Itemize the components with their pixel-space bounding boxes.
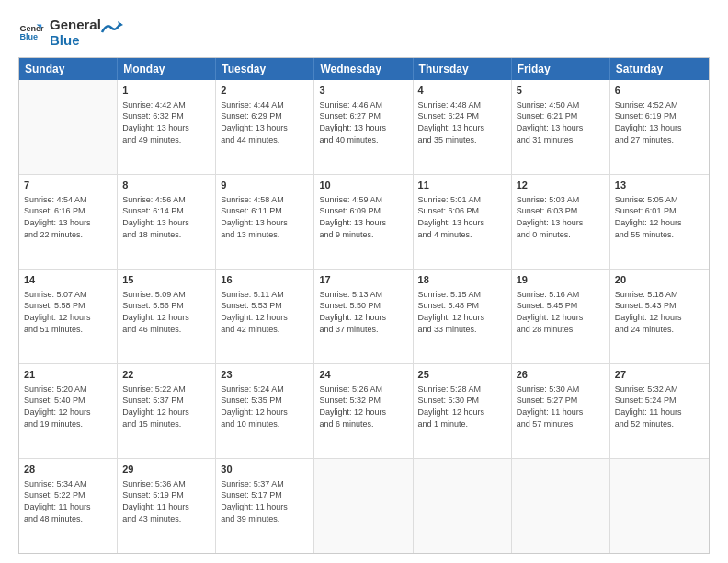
calendar-day-21: 21Sunrise: 5:20 AM Sunset: 5:40 PM Dayli… <box>19 364 118 458</box>
day-number: 18 <box>418 273 506 287</box>
day-detail: Sunrise: 4:52 AM Sunset: 6:19 PM Dayligh… <box>615 99 704 145</box>
weekday-header-saturday: Saturday <box>610 58 709 80</box>
day-number: 25 <box>418 368 506 382</box>
day-number: 22 <box>122 368 210 382</box>
day-number: 29 <box>122 463 210 477</box>
calendar-day-empty <box>610 459 709 553</box>
calendar-day-2: 2Sunrise: 4:44 AM Sunset: 6:29 PM Daylig… <box>216 80 314 174</box>
calendar-header: SundayMondayTuesdayWednesdayThursdayFrid… <box>19 58 709 80</box>
calendar: SundayMondayTuesdayWednesdayThursdayFrid… <box>18 57 710 554</box>
day-number: 7 <box>24 178 112 192</box>
calendar-week-4: 21Sunrise: 5:20 AM Sunset: 5:40 PM Dayli… <box>19 364 709 459</box>
calendar-day-1: 1Sunrise: 4:42 AM Sunset: 6:32 PM Daylig… <box>118 80 216 174</box>
calendar-day-3: 3Sunrise: 4:46 AM Sunset: 6:27 PM Daylig… <box>314 80 413 174</box>
calendar-day-29: 29Sunrise: 5:36 AM Sunset: 5:19 PM Dayli… <box>118 459 216 553</box>
day-number: 24 <box>319 368 407 382</box>
calendar-day-18: 18Sunrise: 5:15 AM Sunset: 5:48 PM Dayli… <box>414 270 512 363</box>
day-detail: Sunrise: 5:30 AM Sunset: 5:27 PM Dayligh… <box>517 384 605 430</box>
day-detail: Sunrise: 5:03 AM Sunset: 6:03 PM Dayligh… <box>517 194 605 240</box>
day-detail: Sunrise: 5:32 AM Sunset: 5:24 PM Dayligh… <box>615 384 704 430</box>
calendar-day-4: 4Sunrise: 4:48 AM Sunset: 6:24 PM Daylig… <box>414 80 512 174</box>
svg-text:Blue: Blue <box>19 32 38 41</box>
calendar-day-empty <box>314 459 413 553</box>
calendar-day-12: 12Sunrise: 5:03 AM Sunset: 6:03 PM Dayli… <box>512 175 610 269</box>
day-detail: Sunrise: 5:05 AM Sunset: 6:01 PM Dayligh… <box>615 194 704 240</box>
logo-text-blue: Blue <box>50 32 101 48</box>
calendar-day-15: 15Sunrise: 5:09 AM Sunset: 5:56 PM Dayli… <box>118 270 216 363</box>
header: General Blue General Blue <box>18 17 710 48</box>
day-number: 28 <box>24 463 112 477</box>
calendar-week-3: 14Sunrise: 5:07 AM Sunset: 5:58 PM Dayli… <box>19 270 709 364</box>
day-number: 30 <box>221 463 309 477</box>
calendar-day-9: 9Sunrise: 4:58 AM Sunset: 6:11 PM Daylig… <box>216 175 314 269</box>
day-number: 27 <box>615 368 704 382</box>
day-detail: Sunrise: 4:50 AM Sunset: 6:21 PM Dayligh… <box>517 99 605 145</box>
day-detail: Sunrise: 4:59 AM Sunset: 6:09 PM Dayligh… <box>319 194 407 240</box>
calendar-day-empty <box>414 459 512 553</box>
day-number: 2 <box>221 84 309 98</box>
day-detail: Sunrise: 5:11 AM Sunset: 5:53 PM Dayligh… <box>221 289 309 335</box>
day-detail: Sunrise: 5:09 AM Sunset: 5:56 PM Dayligh… <box>122 289 210 335</box>
calendar-day-6: 6Sunrise: 4:52 AM Sunset: 6:19 PM Daylig… <box>610 80 709 174</box>
calendar-day-13: 13Sunrise: 5:05 AM Sunset: 6:01 PM Dayli… <box>610 175 709 269</box>
day-detail: Sunrise: 5:07 AM Sunset: 5:58 PM Dayligh… <box>24 289 112 335</box>
weekday-header-monday: Monday <box>118 58 216 80</box>
calendar-day-empty <box>19 80 118 174</box>
calendar-day-7: 7Sunrise: 4:54 AM Sunset: 6:16 PM Daylig… <box>19 175 118 269</box>
day-number: 17 <box>319 273 407 287</box>
calendar-day-17: 17Sunrise: 5:13 AM Sunset: 5:50 PM Dayli… <box>314 270 413 363</box>
day-number: 10 <box>319 178 407 192</box>
day-detail: Sunrise: 5:01 AM Sunset: 6:06 PM Dayligh… <box>418 194 506 240</box>
logo-icon: General Blue <box>18 19 44 45</box>
calendar-day-10: 10Sunrise: 4:59 AM Sunset: 6:09 PM Dayli… <box>314 175 413 269</box>
calendar-day-23: 23Sunrise: 5:24 AM Sunset: 5:35 PM Dayli… <box>216 364 314 458</box>
day-detail: Sunrise: 5:34 AM Sunset: 5:22 PM Dayligh… <box>24 478 112 524</box>
day-detail: Sunrise: 5:36 AM Sunset: 5:19 PM Dayligh… <box>122 478 210 524</box>
weekday-header-tuesday: Tuesday <box>216 58 314 80</box>
weekday-header-sunday: Sunday <box>19 58 118 80</box>
day-number: 3 <box>319 84 407 98</box>
calendar-day-26: 26Sunrise: 5:30 AM Sunset: 5:27 PM Dayli… <box>512 364 610 458</box>
calendar-week-2: 7Sunrise: 4:54 AM Sunset: 6:16 PM Daylig… <box>19 175 709 270</box>
calendar-week-5: 28Sunrise: 5:34 AM Sunset: 5:22 PM Dayli… <box>19 459 709 553</box>
day-detail: Sunrise: 5:13 AM Sunset: 5:50 PM Dayligh… <box>319 289 407 335</box>
day-detail: Sunrise: 4:46 AM Sunset: 6:27 PM Dayligh… <box>319 99 407 145</box>
day-number: 19 <box>517 273 605 287</box>
weekday-header-friday: Friday <box>512 58 610 80</box>
day-detail: Sunrise: 4:44 AM Sunset: 6:29 PM Dayligh… <box>221 99 309 145</box>
calendar-day-16: 16Sunrise: 5:11 AM Sunset: 5:53 PM Dayli… <box>216 270 314 363</box>
day-detail: Sunrise: 5:15 AM Sunset: 5:48 PM Dayligh… <box>418 289 506 335</box>
calendar-day-empty <box>512 459 610 553</box>
day-number: 9 <box>221 178 309 192</box>
day-number: 13 <box>615 178 704 192</box>
day-number: 11 <box>418 178 506 192</box>
logo-wave-icon <box>97 18 125 37</box>
calendar-day-30: 30Sunrise: 5:37 AM Sunset: 5:17 PM Dayli… <box>216 459 314 553</box>
calendar-day-27: 27Sunrise: 5:32 AM Sunset: 5:24 PM Dayli… <box>610 364 709 458</box>
day-detail: Sunrise: 4:48 AM Sunset: 6:24 PM Dayligh… <box>418 99 506 145</box>
day-detail: Sunrise: 5:24 AM Sunset: 5:35 PM Dayligh… <box>221 384 309 430</box>
day-number: 23 <box>221 368 309 382</box>
day-number: 12 <box>517 178 605 192</box>
day-number: 20 <box>615 273 704 287</box>
calendar-day-22: 22Sunrise: 5:22 AM Sunset: 5:37 PM Dayli… <box>118 364 216 458</box>
day-detail: Sunrise: 5:16 AM Sunset: 5:45 PM Dayligh… <box>517 289 605 335</box>
calendar-day-25: 25Sunrise: 5:28 AM Sunset: 5:30 PM Dayli… <box>414 364 512 458</box>
day-detail: Sunrise: 4:58 AM Sunset: 6:11 PM Dayligh… <box>221 194 309 240</box>
day-detail: Sunrise: 5:18 AM Sunset: 5:43 PM Dayligh… <box>615 289 704 335</box>
calendar-body: 1Sunrise: 4:42 AM Sunset: 6:32 PM Daylig… <box>19 80 709 553</box>
day-detail: Sunrise: 5:37 AM Sunset: 5:17 PM Dayligh… <box>221 478 309 524</box>
weekday-header-thursday: Thursday <box>414 58 512 80</box>
day-number: 1 <box>122 84 210 98</box>
weekday-header-wednesday: Wednesday <box>314 58 413 80</box>
day-number: 26 <box>517 368 605 382</box>
page: General Blue General Blue SundayMondayTu… <box>0 0 728 563</box>
day-detail: Sunrise: 5:20 AM Sunset: 5:40 PM Dayligh… <box>24 384 112 430</box>
calendar-day-14: 14Sunrise: 5:07 AM Sunset: 5:58 PM Dayli… <box>19 270 118 363</box>
day-number: 4 <box>418 84 506 98</box>
day-detail: Sunrise: 5:22 AM Sunset: 5:37 PM Dayligh… <box>122 384 210 430</box>
logo: General Blue General Blue <box>18 17 125 48</box>
day-detail: Sunrise: 4:54 AM Sunset: 6:16 PM Dayligh… <box>24 194 112 240</box>
calendar-day-24: 24Sunrise: 5:26 AM Sunset: 5:32 PM Dayli… <box>314 364 413 458</box>
day-detail: Sunrise: 5:26 AM Sunset: 5:32 PM Dayligh… <box>319 384 407 430</box>
